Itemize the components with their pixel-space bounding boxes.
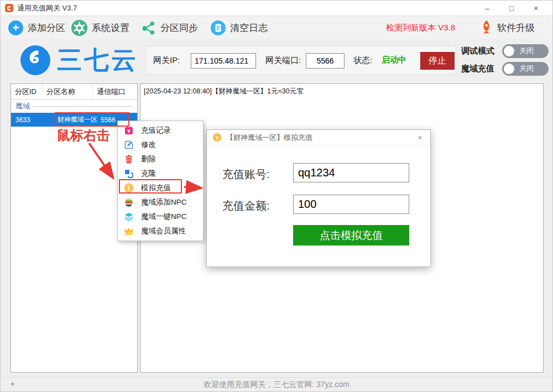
clear-log-icon bbox=[211, 20, 226, 35]
system-settings-button[interactable]: 系统设置 bbox=[71, 19, 129, 36]
rocket-icon bbox=[479, 20, 493, 35]
coin-icon: ¥ bbox=[212, 133, 222, 142]
right-click-hint: 鼠标右击 bbox=[57, 127, 110, 144]
record-icon: ¥ bbox=[124, 126, 134, 135]
gateway-ip-label: 网关IP: bbox=[153, 55, 180, 66]
toggle-knob bbox=[504, 46, 514, 56]
debug-mode-label: 调试模式 bbox=[461, 46, 494, 56]
column-header-name: 分区名称 bbox=[43, 84, 93, 99]
svg-text:¥: ¥ bbox=[127, 185, 131, 191]
menu-item-moyu-add-npc[interactable]: 魔域添加NPC bbox=[118, 195, 203, 210]
app-icon bbox=[5, 4, 13, 12]
statusbar: 欢迎使用充值网关，三七云官网: 37yz.com bbox=[1, 377, 552, 391]
logo-icon bbox=[20, 45, 50, 75]
cell-partition-name: 财神魔域一区 bbox=[43, 115, 93, 124]
table-header: 分区ID 分区名称 通信端口 bbox=[11, 84, 137, 100]
gear-icon bbox=[71, 20, 87, 36]
menu-item-simulate-recharge[interactable]: ¥ 模拟充值 bbox=[118, 181, 203, 195]
svg-text:¥: ¥ bbox=[216, 134, 219, 140]
partition-sync-button[interactable]: 分区同步 bbox=[141, 19, 198, 36]
add-icon: + bbox=[8, 20, 23, 35]
svg-text:¥: ¥ bbox=[127, 128, 131, 134]
toggle-state: 关闭 bbox=[519, 46, 534, 56]
dialog-body: 充值账号: 充值金额: 点击模拟充值 bbox=[207, 145, 430, 267]
crown-icon bbox=[124, 226, 134, 236]
titlebar: 通用充值网关 V3.7 – □ × bbox=[1, 1, 552, 16]
dialog-titlebar: ¥ 【财神魔域一区】模拟充值 × bbox=[207, 130, 430, 145]
dialog-title: 【财神魔域一区】模拟充值 bbox=[226, 133, 312, 143]
debug-mode-row: 调试模式 关闭 bbox=[461, 44, 549, 58]
menu-item-edit[interactable]: 修改 bbox=[118, 138, 203, 152]
moyu-recharge-toggle[interactable]: 关闭 bbox=[502, 62, 549, 76]
gateway-panel: 网关IP: 网关端口: 状态: 启动中 停止 bbox=[145, 46, 456, 75]
maximize-button[interactable]: □ bbox=[499, 1, 524, 15]
column-header-port: 通信端口 bbox=[93, 84, 137, 99]
debug-mode-toggle[interactable]: 关闭 bbox=[502, 44, 549, 58]
menu-item-recharge-records[interactable]: ¥ 充值记录 bbox=[118, 123, 203, 138]
moyu-recharge-row: 魔域充值 关闭 bbox=[461, 61, 549, 76]
menu-item-clone[interactable]: 克隆 bbox=[118, 166, 203, 181]
clone-icon bbox=[124, 169, 134, 179]
statusbar-grip-dot bbox=[11, 383, 14, 385]
clear-log-button[interactable]: 清空日志 bbox=[211, 19, 268, 36]
cell-partition-id: 3633 bbox=[11, 116, 43, 124]
toggle-state: 关闭 bbox=[519, 64, 534, 74]
group-row-moyu[interactable]: 魔域 bbox=[11, 100, 137, 113]
layers-icon bbox=[124, 212, 134, 222]
toggle-knob bbox=[504, 64, 514, 74]
simulate-recharge-dialog: ¥ 【财神魔域一区】模拟充值 × 充值账号: 充值金额: 点击模拟充值 bbox=[206, 129, 431, 267]
account-label: 充值账号: bbox=[222, 167, 270, 182]
close-button[interactable]: × bbox=[524, 1, 548, 15]
amount-input[interactable] bbox=[293, 195, 409, 214]
moyu-recharge-label: 魔域充值 bbox=[461, 64, 494, 74]
toolbar: + 添加分区 系统设置 bbox=[1, 17, 552, 39]
context-menu: ¥ 充值记录 修改 删除 克隆 ¥ 模拟充值 bbox=[117, 121, 204, 241]
share-icon bbox=[141, 20, 156, 35]
amount-label: 充值金额: bbox=[222, 198, 270, 213]
menu-item-moyu-member-props[interactable]: 魔域会员属性 bbox=[118, 224, 203, 238]
logo-text: 三七云 bbox=[57, 44, 138, 77]
egg-icon bbox=[124, 197, 134, 207]
statusbar-text: 欢迎使用充值网关，三七云官网: 37yz.com bbox=[204, 380, 349, 390]
column-header-id: 分区ID bbox=[11, 84, 43, 99]
update-notice[interactable]: 检测到新版本 V3.8 bbox=[386, 17, 455, 39]
menu-item-moyu-onekey-npc[interactable]: 魔域一键NPC bbox=[118, 210, 203, 224]
add-partition-button[interactable]: + 添加分区 bbox=[8, 19, 65, 36]
delete-icon bbox=[124, 154, 134, 164]
gateway-ip-input[interactable] bbox=[191, 53, 256, 69]
status-label: 状态: bbox=[353, 55, 372, 66]
dialog-close-icon[interactable]: × bbox=[415, 133, 425, 142]
gateway-port-label: 网关端口: bbox=[265, 55, 301, 66]
menu-item-delete[interactable]: 删除 bbox=[118, 152, 203, 166]
app-window: 通用充值网关 V3.7 – □ × + 添加分区 bbox=[0, 0, 553, 392]
minimize-button[interactable]: – bbox=[475, 1, 499, 15]
log-entry: [2025-04-23 12:08:40]【财神魔域一区】1元=30元宝 bbox=[144, 87, 540, 96]
simulate-recharge-submit-button[interactable]: 点击模拟充值 bbox=[293, 225, 409, 245]
coin-icon: ¥ bbox=[124, 183, 134, 193]
window-title: 通用充值网关 V3.7 bbox=[17, 3, 77, 13]
edit-icon bbox=[124, 140, 134, 150]
status-value: 启动中 bbox=[382, 55, 406, 65]
stop-button[interactable]: 停止 bbox=[420, 52, 455, 70]
logo: 三七云 bbox=[20, 44, 138, 77]
software-upgrade-button[interactable]: 软件升级 bbox=[479, 19, 535, 36]
gateway-port-input[interactable] bbox=[306, 53, 345, 69]
account-input[interactable] bbox=[293, 163, 409, 182]
